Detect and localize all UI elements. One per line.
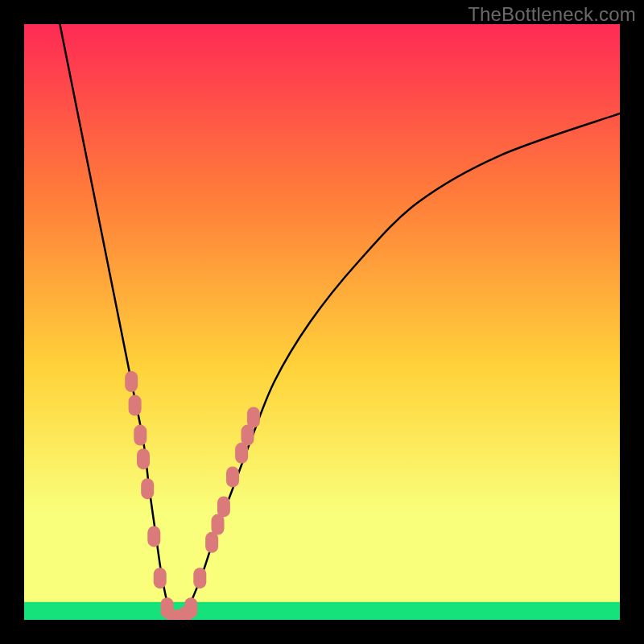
data-marker — [205, 532, 218, 553]
data-marker — [129, 395, 142, 416]
data-marker — [147, 526, 160, 547]
bottleneck-chart — [24, 24, 620, 620]
attribution-label: TheBottleneck.com — [468, 3, 636, 26]
data-marker — [137, 448, 150, 469]
data-marker — [193, 568, 206, 588]
data-marker — [235, 443, 248, 464]
data-marker — [125, 371, 138, 392]
data-marker — [242, 425, 254, 446]
data-marker — [217, 496, 230, 517]
data-marker — [141, 478, 154, 499]
data-marker — [184, 597, 197, 618]
gradient-background — [24, 24, 620, 620]
data-marker — [134, 425, 147, 446]
data-marker — [226, 466, 239, 487]
chart-container: { "attribution": "TheBottleneck.com", "c… — [0, 0, 644, 644]
data-marker — [247, 407, 260, 427]
data-marker — [154, 568, 167, 588]
data-marker — [212, 514, 225, 535]
green-band — [24, 602, 620, 620]
